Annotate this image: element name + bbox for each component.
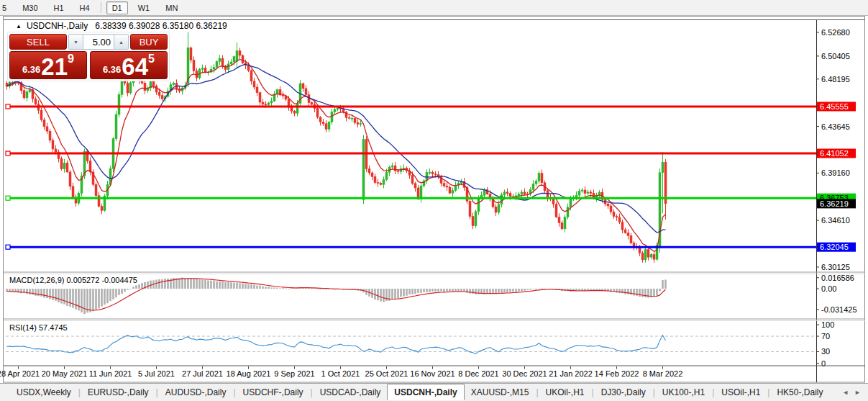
macd-bar: [196, 279, 198, 289]
macd-bar: [98, 289, 100, 308]
candle-body: [624, 230, 626, 233]
timeframe-button-h4[interactable]: H4: [74, 1, 96, 14]
candle-body: [368, 169, 370, 173]
candle-body: [587, 192, 589, 194]
macd-bar: [190, 278, 192, 289]
macd-bar: [426, 289, 428, 292]
timeframe-button-d1[interactable]: D1: [106, 1, 128, 14]
macd-bar: [529, 289, 531, 290]
chart-tab-usdcad-daily[interactable]: USDCAD-,Daily: [314, 385, 388, 400]
sell-price-big: 21: [41, 56, 68, 78]
one-click-trading-panel: SELL ▼ ▲ BUY 6.36 21 9 6.36 64 5: [7, 32, 170, 81]
buy-button[interactable]: BUY: [130, 34, 168, 50]
macd-bar: [383, 289, 385, 302]
macd-bar: [52, 289, 54, 300]
chart-tab-usdcnh-daily[interactable]: USDCNH-,Daily: [387, 384, 464, 400]
macd-bar: [239, 284, 241, 289]
volume-input[interactable]: [83, 34, 114, 50]
price-tick-label: 6.30125: [821, 263, 850, 271]
candle-body: [581, 190, 583, 191]
candle-body: [161, 95, 163, 99]
macd-bar: [124, 289, 126, 292]
macd-bar: [227, 282, 229, 289]
macd-bar: [75, 289, 77, 310]
horizontal-line-handle[interactable]: [6, 104, 10, 109]
macd-bar: [236, 283, 238, 289]
candle-body: [129, 83, 132, 93]
macd-bar: [115, 289, 117, 297]
rsi-tick-label: 70: [821, 332, 830, 341]
candle-body: [443, 184, 445, 186]
symbol-header: ▲ USDCNH-,Daily 6.38339 6.39028 6.35180 …: [16, 21, 227, 31]
candle-body: [348, 117, 350, 118]
buy-price-button[interactable]: 6.36 64 5: [90, 51, 168, 79]
date-label: 8 Mar 2022: [643, 369, 683, 378]
macd-bar: [624, 289, 626, 294]
candle-body: [524, 192, 526, 194]
timeframe-button-h1[interactable]: H1: [48, 1, 70, 14]
timeframe-button-5[interactable]: 5: [0, 1, 12, 14]
macd-bar: [129, 289, 132, 289]
candle-body: [63, 163, 65, 168]
candle-body: [561, 223, 563, 229]
price-tick-label: 6.48195: [821, 75, 850, 84]
timeframe-button-mn[interactable]: MN: [160, 1, 183, 14]
macd-bar: [656, 289, 658, 296]
candle-body: [296, 104, 298, 114]
price-line-label-text: 6.36219: [820, 199, 849, 208]
candle-body: [380, 183, 382, 184]
chart-tab-usdx-weekly[interactable]: USDX,Weekly: [10, 385, 78, 400]
timeframe-button-m30[interactable]: M30: [17, 1, 43, 14]
candle-body: [535, 181, 537, 184]
volume-increase-button[interactable]: ▲: [114, 34, 129, 50]
candle-body: [46, 127, 48, 131]
candle-body: [357, 122, 359, 124]
macd-bar: [420, 289, 422, 293]
candle-body: [311, 102, 313, 104]
timeframe-button-w1[interactable]: W1: [132, 1, 156, 14]
candle-body: [52, 140, 54, 149]
candle-body: [478, 198, 480, 212]
macd-bar: [72, 289, 74, 308]
horizontal-line-handle[interactable]: [6, 151, 10, 156]
macd-bar: [164, 279, 166, 289]
macd-bar: [506, 289, 508, 293]
candle-body: [302, 84, 304, 89]
chart-tab-xauusd-m15[interactable]: XAUUSD-,M15: [465, 385, 536, 400]
candle-body: [483, 190, 485, 196]
collapse-trade-panel-icon[interactable]: ▲: [16, 23, 22, 30]
macd-bar: [385, 289, 388, 301]
candle-body: [590, 192, 592, 194]
horizontal-line-handle[interactable]: [6, 196, 10, 200]
macd-bar: [245, 284, 247, 289]
price-tick-label: 6.43645: [821, 122, 850, 131]
candle-body: [144, 83, 146, 90]
macd-bar: [515, 289, 517, 292]
symbol-title: USDCNH-,Daily: [27, 21, 88, 31]
horizontal-line-handle[interactable]: [6, 245, 10, 249]
sell-price-button[interactable]: 6.36 21 9: [9, 51, 87, 79]
volume-decrease-button[interactable]: ▼: [68, 34, 83, 50]
candle-body: [265, 104, 267, 105]
chart-tab-ukoil-h1[interactable]: UKOil-,H1: [539, 385, 591, 400]
macd-bar: [664, 279, 667, 289]
chart-tab-eurusd-daily[interactable]: EURUSD-,Daily: [81, 385, 155, 400]
chart-tab-audusd-daily[interactable]: AUDUSD-,Daily: [159, 385, 233, 400]
macd-bar: [49, 289, 51, 299]
candle-body: [49, 131, 51, 140]
tab-scroll-right-icon[interactable]: ►: [854, 389, 861, 396]
chart-tab-usoil-h1[interactable]: USOil-,H1: [715, 385, 767, 400]
date-label: 25 Oct 2021: [365, 369, 408, 378]
chart-tab-dj30-daily[interactable]: DJ30-,Daily: [595, 385, 652, 400]
chart-tab-usdchf-daily[interactable]: USDCHF-,Daily: [237, 385, 310, 400]
tab-scroll-left-icon[interactable]: ◄: [842, 389, 849, 396]
sell-button[interactable]: SELL: [9, 34, 67, 50]
macd-bar: [78, 289, 80, 310]
macd-bar: [273, 287, 275, 289]
candle-body: [23, 91, 25, 98]
macd-bar: [247, 284, 250, 289]
chart-tab-uk100-h1[interactable]: UK100-,H1: [656, 385, 711, 400]
chart-tab-hk50-daily[interactable]: HK50-,Daily: [770, 385, 829, 400]
macd-bar: [501, 289, 503, 293]
macd-bar: [198, 279, 201, 289]
